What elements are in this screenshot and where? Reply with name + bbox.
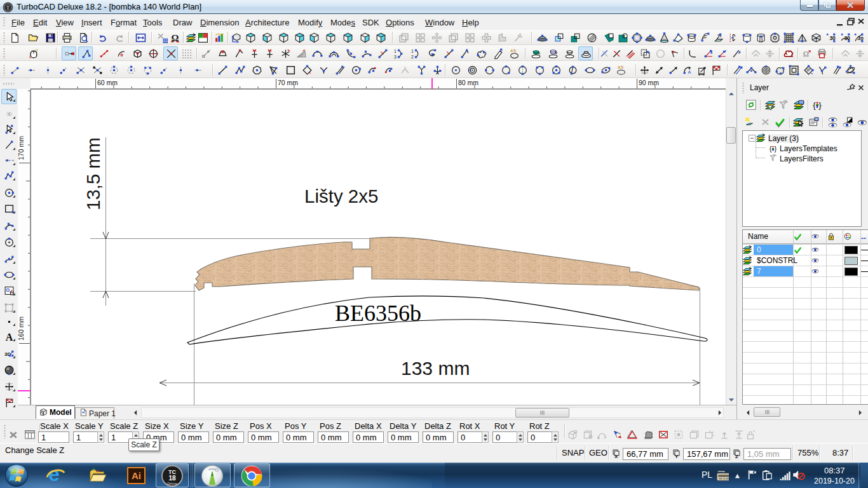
svg-text:a:b: a:b (510, 48, 516, 53)
svg-text:a:b: a:b (618, 65, 623, 69)
svg-text:60 mm: 60 mm (97, 79, 118, 86)
svg-text:30: 30 (829, 35, 836, 41)
svg-text:18: 18 (168, 475, 176, 482)
svg-text:Lišty 2x5: Lišty 2x5 (304, 186, 378, 207)
svg-text:Deluxe: Deluxe (167, 482, 177, 485)
svg-text:160 mm: 160 mm (18, 316, 25, 341)
svg-text:2: 2 (411, 55, 414, 59)
svg-text:Y: Y (675, 454, 679, 459)
svg-text:Z: Z (735, 454, 738, 459)
svg-text:80 mm: 80 mm (458, 79, 478, 86)
svg-text:70 mm: 70 mm (278, 79, 298, 86)
svg-text:Ω: Ω (803, 50, 809, 58)
svg-text:3: 3 (394, 55, 397, 59)
svg-text:A: A (6, 332, 13, 342)
svg-text:30: 30 (844, 35, 850, 41)
svg-text:X: X (614, 454, 618, 459)
svg-text:133 mm: 133 mm (401, 358, 470, 379)
svg-text:13,5 mm: 13,5 mm (83, 137, 104, 210)
svg-text:T: T (6, 5, 10, 11)
svg-text:1: 1 (394, 49, 397, 53)
svg-text:170 mm: 170 mm (18, 136, 25, 160)
svg-text:1: 1 (411, 49, 414, 53)
svg-text:BE6356b: BE6356b (335, 301, 421, 326)
svg-text:e: e (48, 464, 60, 485)
svg-text:A: A (688, 69, 691, 75)
svg-text:90 mm: 90 mm (639, 79, 659, 86)
svg-text:Y: Y (36, 48, 39, 53)
